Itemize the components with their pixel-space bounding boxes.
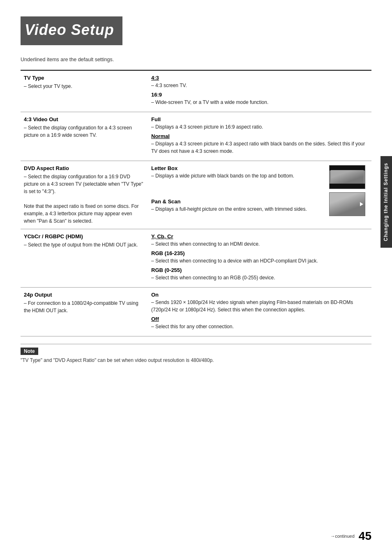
title-box: Video Setup [21,16,122,45]
page-title: Video Setup [25,21,114,39]
24p-off-label: Off [151,316,368,322]
col-right-43-video-out: Full – Displays a 4:3 screen picture in … [148,112,371,161]
row-dvd-aspect-ratio: DVD Aspect Ratio – Select the display co… [21,161,371,229]
24p-off-desc: – Select this for any other connection. [151,323,368,330]
ycbcr-label: YCbCr / RGBPC (HDMI) [24,233,145,240]
panscan-arrow-icon [360,202,363,206]
ycbcr-rgb16-label: RGB (16-235) [151,250,368,256]
ycbcr-rgb0-label: RGB (0-255) [151,267,368,273]
page-footer: →continued 45 [330,530,371,543]
col-right-tv-type: 4:3 – 4:3 screen TV. 16:9 – Wide-screen … [148,70,371,112]
note-text: "TV Type" and "DVD Aspect Ratio" can be … [21,357,371,363]
settings-table: TV Type – Select your TV type. 4:3 – 4:3… [21,70,371,336]
row-43-video-out: 4:3 Video Out – Select the display confi… [21,112,371,161]
col-left-tv-type: TV Type – Select your TV type. [21,70,148,112]
ycbcr-desc: – Select the type of output from the HDM… [24,242,138,248]
dvd-aspect-desc: – Select the display configuration for a… [24,174,143,224]
ycbcr-ycbcr-desc: – Select this when connecting to an HDMI… [151,240,368,248]
col-right-dvd-aspect: Letter Box – Displays a wide picture wit… [148,161,371,229]
note-label: Note [21,348,38,355]
ycbcr-ycbcr-label: Y, Cb, Cr [151,233,368,240]
43-video-out-desc: – Select the display configuration for a… [24,125,132,138]
43-video-out-full-desc: – Displays a 4:3 screen picture in 16:9 … [151,123,368,131]
col-left-dvd-aspect: DVD Aspect Ratio – Select the display co… [21,161,148,229]
tv-type-169-desc: – Wide-screen TV, or a TV with a wide mo… [151,99,368,106]
ycbcr-rgb16-desc: – Select this when connecting to a devic… [151,257,368,265]
24p-on-desc: – Sends 1920 × 1080p/24 Hz video signals… [151,299,368,313]
24p-on-label: On [151,292,368,298]
dvd-aspect-label: DVD Aspect Ratio [24,165,145,171]
letterbox-inner-img [331,170,364,184]
dvd-aspect-panscan-desc: – Displays a full-height picture on the … [151,205,324,213]
dvd-aspect-panscan-label: Pan & Scan [151,198,324,205]
col-right-24p: On – Sends 1920 × 1080p/24 Hz video sign… [148,288,371,336]
43-video-out-normal-label: Normal [151,133,368,139]
tv-type-label: TV Type [24,75,145,81]
subtitle: Underlined items are the default setting… [21,57,371,62]
col-right-ycbcr: Y, Cb, Cr – Select this when connecting … [148,229,371,288]
row-ycbcr: YCbCr / RGBPC (HDMI) – Select the type o… [21,229,371,288]
continued-text: →continued [330,534,355,539]
row-24p-output: 24p Output – For connection to a 1080/24… [21,288,371,336]
panscan-inner [330,193,365,216]
letterbox-image [329,165,365,189]
dvd-aspect-letterbox-desc: – Displays a wide picture with black ban… [151,172,324,180]
tv-type-43-label: 4:3 [151,75,368,81]
note-section: Note "TV Type" and "DVD Aspect Ratio" ca… [21,344,371,363]
dvd-aspect-letterbox-label: Letter Box [151,165,324,171]
letterbox-inner [330,170,365,184]
tv-type-43-desc: – 4:3 screen TV. [151,82,368,89]
page-container: Changing the Initial Settings Video Setu… [0,0,392,555]
panscan-image [329,192,365,216]
ycbcr-rgb0-desc: – Select this when connecting to an RGB … [151,274,368,281]
col-left-ycbcr: YCbCr / RGBPC (HDMI) – Select the type o… [21,229,148,288]
dvd-aspect-text: Letter Box – Displays a wide picture wit… [151,165,324,214]
dvd-aspect-images [329,165,368,216]
col-left-43-video-out: 4:3 Video Out – Select the display confi… [21,112,148,161]
tv-type-169-label: 16:9 [151,92,368,98]
tv-type-desc: – Select your TV type. [24,83,72,89]
side-tab: Changing the Initial Settings [380,156,392,248]
43-video-out-label: 4:3 Video Out [24,116,145,122]
col-left-24p: 24p Output – For connection to a 1080/24… [21,288,148,336]
page-number: 45 [359,530,371,543]
24p-label: 24p Output [24,292,145,298]
24p-desc: – For connection to a 1080/24p-compatibl… [24,300,138,313]
row-tv-type: TV Type – Select your TV type. 4:3 – 4:3… [21,70,371,112]
43-video-out-normal-desc: – Displays a 4:3 screen picture in 4:3 a… [151,140,368,155]
43-video-out-full-label: Full [151,116,368,122]
dvd-aspect-content: Letter Box – Displays a wide picture wit… [151,165,368,216]
